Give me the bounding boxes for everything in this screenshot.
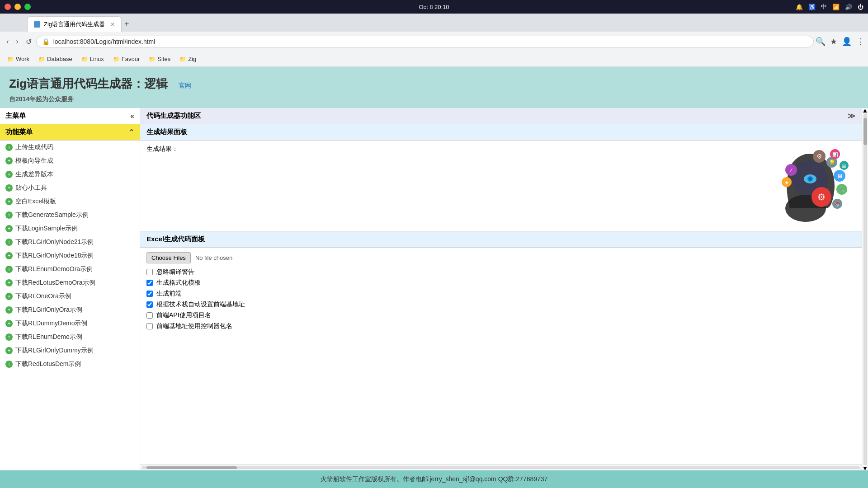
sidebar-collapse-btn[interactable]: « xyxy=(130,112,134,120)
bookmark-database[interactable]: 📁 Database xyxy=(35,55,76,63)
notification-icon: 🔔 xyxy=(796,4,803,10)
close-btn[interactable] xyxy=(5,4,11,10)
menu-item-tools[interactable]: + 贴心小工具 xyxy=(0,181,140,195)
h-scrollbar-thumb[interactable] xyxy=(146,466,237,469)
new-tab-button[interactable]: + xyxy=(124,19,129,29)
menu-item-label: 下载GenerateSample示例 xyxy=(15,211,89,219)
footer-text: 火箭船软件工作室版权所有。作者电邮:jerry_shen_sjf@qq.com … xyxy=(321,475,548,483)
forward-button[interactable]: › xyxy=(13,36,21,47)
accessibility-icon: ♿ xyxy=(808,4,816,10)
menu-item-enum-demo-ora[interactable]: + 下载RLEnumDemoOra示例 xyxy=(0,263,140,276)
function-collapse-btn[interactable]: ⌃ xyxy=(128,128,134,136)
folder-icon: 📁 xyxy=(38,56,45,62)
plus-icon: + xyxy=(5,198,13,205)
checkbox-api-project-name-input[interactable] xyxy=(146,312,153,319)
svg-text:🏛: 🏛 xyxy=(842,164,846,169)
menu-item-upload[interactable]: + 上传生成代码 xyxy=(0,141,140,154)
menu-item-label: 空白Excel模板 xyxy=(15,197,56,206)
menu-item-label: 下载RLGirlOnlyOra示例 xyxy=(15,306,82,314)
back-button[interactable]: ‹ xyxy=(4,36,11,47)
official-link[interactable]: 官网 xyxy=(179,82,191,89)
result-panel-label: 生成结果面板 xyxy=(146,128,187,136)
scrollbar-up-arrow[interactable]: ▲ xyxy=(862,108,868,113)
wifi-icon: 📶 xyxy=(832,4,840,10)
checkbox-controller-package-input[interactable] xyxy=(146,323,153,329)
bookmark-linux[interactable]: 📁 Linux xyxy=(78,55,108,63)
menu-item-rl-node18[interactable]: + 下载RLGirlOnlyNode18示例 xyxy=(0,249,140,263)
menu-item-template[interactable]: + 模板向导生成 xyxy=(0,154,140,168)
bookmark-favour[interactable]: 📁 Favour xyxy=(109,55,143,63)
menu-item-label: 上传生成代码 xyxy=(15,143,53,151)
menu-item-generate-sample[interactable]: + 下载GenerateSample示例 xyxy=(0,208,140,222)
scrollbar-down-arrow[interactable]: ▼ xyxy=(862,466,868,470)
menu-item-rl-enum-demo[interactable]: + 下载RLEnumDemo示例 xyxy=(0,330,140,344)
tab-close-btn[interactable]: ✕ xyxy=(110,21,115,28)
checkbox-gen-frontend-input[interactable] xyxy=(146,291,153,297)
menu-item-rl-node21[interactable]: + 下载RLGirlOnlyNode21示例 xyxy=(0,235,140,249)
checkbox-auto-base-url-input[interactable] xyxy=(146,301,153,308)
svg-text:🔧: 🔧 xyxy=(839,186,845,193)
excel-panel-body: Choose Files No file chosen 忽略编译警告 生成格式化… xyxy=(140,248,862,338)
plus-icon: + xyxy=(5,211,13,219)
checkbox-format-template: 生成格式化模板 xyxy=(146,279,855,287)
checkbox-ignore-warning-label: 忽略编译警告 xyxy=(156,268,194,276)
menu-item-label: 下载RLGirlOnlyDummy示例 xyxy=(15,347,94,355)
address-bar[interactable]: 🔒 localhost:8080/Logic/html/index.html xyxy=(36,36,814,47)
search-icon[interactable]: 🔍 xyxy=(816,37,826,47)
folder-icon: 📁 xyxy=(81,56,88,62)
svg-text:🖥: 🖥 xyxy=(837,173,843,179)
folder-icon: 📁 xyxy=(179,56,186,62)
scrollbar-thumb[interactable] xyxy=(863,118,867,145)
minimize-btn[interactable] xyxy=(14,4,21,10)
bookmark-label: Work xyxy=(16,56,29,62)
menu-item-label: 下载RLEnumDemo示例 xyxy=(15,333,82,341)
bookmark-work[interactable]: 📁 Work xyxy=(4,55,33,63)
plus-icon: + xyxy=(5,184,13,192)
plus-icon: + xyxy=(5,333,13,341)
maximize-btn[interactable] xyxy=(24,4,31,10)
no-file-label: No file chosen xyxy=(195,254,232,261)
menu-item-diff[interactable]: + 生成差异版本 xyxy=(0,168,140,181)
plus-icon: + xyxy=(5,144,13,151)
main-menu-label: 主菜单 xyxy=(5,112,26,120)
plus-icon: + xyxy=(5,239,13,246)
refresh-button[interactable]: ↺ xyxy=(23,36,34,48)
os-window-controls[interactable] xyxy=(5,4,31,10)
menu-item-rl-girl-dummy[interactable]: + 下载RLGirlOnlyDummy示例 xyxy=(0,344,140,357)
plus-icon: + xyxy=(5,279,13,286)
menu-item-rl-one-ora[interactable]: + 下载RLOneOra示例 xyxy=(0,290,140,303)
page-header: Zig语言通用代码生成器：逻辑 官网 自2014年起为公众服务 xyxy=(0,67,868,108)
menu-item-label: 下载RLOneOra示例 xyxy=(15,292,71,300)
plus-icon: + xyxy=(5,347,13,354)
plus-icon: + xyxy=(5,171,13,178)
svg-text:📊: 📊 xyxy=(832,152,838,158)
bookmark-label: Linux xyxy=(90,56,104,62)
plus-icon: + xyxy=(5,306,13,314)
bookmark-sites[interactable]: 📁 Sites xyxy=(145,55,174,63)
active-tab[interactable]: Zig语言通用代码生成器 ✕ xyxy=(27,16,122,32)
result-section: 生成结果： ⚙ xyxy=(140,141,862,231)
checkbox-controller-package-label: 前端基地址使用控制器包名 xyxy=(156,322,232,330)
menu-item-red-lotus-demo[interactable]: + 下载RedLotusDem示例 xyxy=(0,357,140,371)
svg-text:⚙: ⚙ xyxy=(817,192,826,202)
menu-item-excel-blank[interactable]: + 空白Excel模板 xyxy=(0,195,140,208)
main-layout: 主菜单 « 功能菜单 ⌃ + 上传生成代码 + 模板向导生成 + 生成差异版本 … xyxy=(0,108,868,470)
vertical-scrollbar[interactable]: ▲ ▼ xyxy=(862,108,868,470)
plus-icon: + xyxy=(5,320,13,327)
checkbox-ignore-warning-input[interactable] xyxy=(146,269,153,275)
horizontal-scrollbar[interactable] xyxy=(140,464,862,470)
choose-files-button[interactable]: Choose Files xyxy=(146,252,191,263)
content-collapse-icon[interactable]: ≫ xyxy=(848,112,855,120)
nav-bar: ‹ › ↺ 🔒 localhost:8080/Logic/html/index.… xyxy=(0,32,868,52)
checkbox-format-template-input[interactable] xyxy=(146,280,153,286)
menu-item-rl-dummy[interactable]: + 下载RLDummyDemo示例 xyxy=(0,317,140,330)
bookmark-zig[interactable]: 📁 Zig xyxy=(176,55,200,63)
menu-item-label: 下载RLGirlOnlyNode18示例 xyxy=(15,252,94,260)
bookmark-star-icon[interactable]: ★ xyxy=(830,37,837,47)
menu-item-rl-girl-ora[interactable]: + 下载RLGirlOnlyOra示例 xyxy=(0,303,140,317)
menu-icon[interactable]: ⋮ xyxy=(856,37,864,47)
user-icon[interactable]: 👤 xyxy=(842,37,852,47)
volume-icon: 🔊 xyxy=(845,4,852,10)
menu-item-red-lotus-ora[interactable]: + 下载RedLotusDemoOra示例 xyxy=(0,276,140,290)
menu-item-login-sample[interactable]: + 下载LoginSample示例 xyxy=(0,222,140,235)
